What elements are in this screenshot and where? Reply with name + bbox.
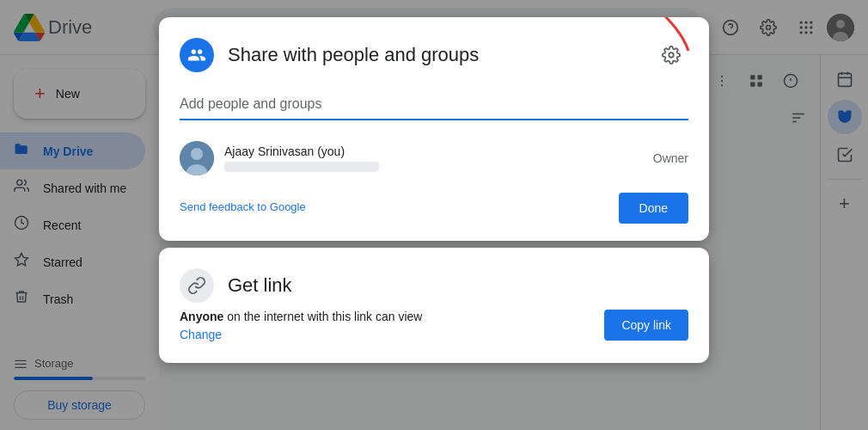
share-dialog: Share with people and groups [159,17,709,241]
share-dialog-title: Share with people and groups [228,44,640,66]
add-people-input-wrap [180,89,688,120]
people-row: Ajaay Srinivasan (you) Owner [180,134,688,182]
getlink-rest: on the internet with this link can view [223,310,422,323]
link-icon-circle [180,268,214,303]
share-dialog-footer: Send feedback to Google Done [180,193,688,224]
share-dialog-header: Share with people and groups [180,38,688,72]
feedback-link[interactable]: Send feedback to Google [180,200,306,213]
copy-link-button[interactable]: Copy link [604,310,688,341]
svg-point-44 [191,148,203,160]
share-settings-button[interactable] [654,38,688,72]
people-info: Ajaay Srinivasan (you) [224,144,643,172]
add-people-input[interactable] [180,89,688,120]
people-email-bar [224,162,379,172]
getlink-left: Anyone on the internet with this link ca… [180,310,604,342]
people-role: Owner [653,151,688,165]
change-link[interactable]: Change [180,328,222,341]
share-icon-circle [180,38,214,72]
people-avatar [180,141,214,175]
getlink-body: Anyone on the internet with this link ca… [180,310,688,342]
get-link-dialog: Get link Anyone on the internet with thi… [159,248,709,363]
getlink-title: Get link [228,274,292,297]
getlink-description: Anyone on the internet with this link ca… [180,310,604,323]
getlink-bold: Anyone [180,310,223,323]
share-dialog-content: Share with people and groups [159,17,709,241]
gear-icon [662,46,681,64]
people-name: Ajaay Srinivasan (you) [224,144,643,158]
done-button[interactable]: Done [619,193,688,224]
getlink-header: Get link [180,268,688,303]
